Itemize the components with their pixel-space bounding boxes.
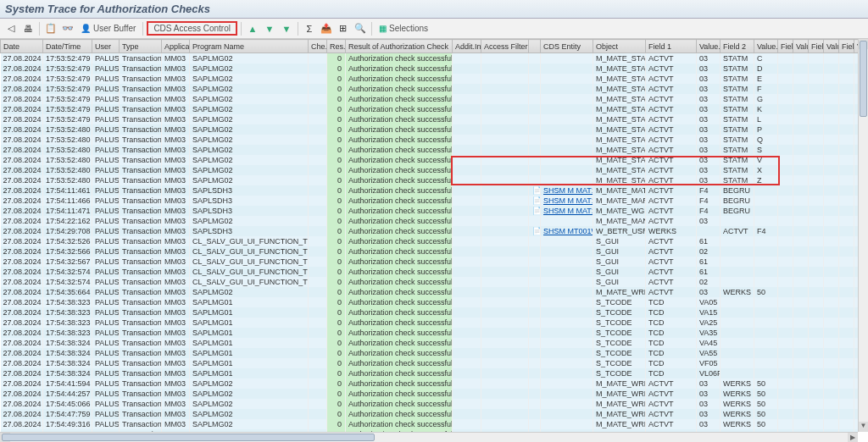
table-row[interactable]: 27.08.202417:53:52:480PALUSTransactionMM… (1, 165, 869, 175)
filter-icon[interactable]: ▼ (279, 21, 294, 36)
column-header[interactable]: Res... (327, 40, 346, 53)
column-header[interactable]: Value... (754, 40, 778, 53)
column-header[interactable]: Object (593, 40, 646, 53)
cell: SHSM MT001W (541, 226, 593, 236)
table-row[interactable]: 27.08.202417:54:22:162PALUSTransactionMM… (1, 216, 869, 226)
cell: M_MATE_WGR (593, 206, 646, 216)
table-row[interactable]: 27.08.202417:54:29:708PALUSTransactionMM… (1, 226, 869, 236)
column-header[interactable]: Field... (778, 40, 793, 53)
table-row[interactable]: 27.08.202417:54:47:759PALUSTransactionMM… (1, 409, 869, 419)
column-header[interactable]: Date (1, 40, 43, 53)
scroll-thumb[interactable] (860, 41, 867, 117)
sort-desc-icon[interactable]: ▼ (262, 21, 277, 36)
column-header[interactable]: Value... (697, 40, 721, 53)
table-row[interactable]: 27.08.202417:53:52:479PALUSTransactionMM… (1, 104, 869, 114)
cell: STATM (721, 64, 754, 74)
column-header[interactable]: Result of Authorization Check (346, 40, 453, 53)
table-row[interactable]: 27.08.202417:54:38:323PALUSTransactionMM… (1, 297, 869, 307)
table-row[interactable]: 27.08.202417:53:52:479PALUSTransactionMM… (1, 74, 869, 84)
table-row[interactable]: 27.08.202417:54:11:471PALUSTransactionMM… (1, 206, 869, 216)
table-row[interactable]: 27.08.202417:54:32:574PALUSTransactionMM… (1, 277, 869, 287)
table-row[interactable]: 27.08.202417:54:11:461PALUSTransactionMM… (1, 185, 869, 196)
user-buffer-button[interactable]: 👤 User Buffer (77, 24, 139, 33)
details-icon[interactable]: 📋 (43, 21, 58, 36)
table-row[interactable]: 27.08.202417:54:38:324PALUSTransactionMM… (1, 348, 869, 358)
data-grid[interactable]: DateDate/TimeUserTypeApplicationProgram … (0, 39, 868, 432)
print-icon[interactable]: 🖶 (20, 21, 36, 36)
column-header[interactable]: Date/Time (43, 40, 92, 53)
cell (529, 328, 541, 338)
table-row[interactable]: 27.08.202417:53:52:480PALUSTransactionMM… (1, 135, 869, 145)
cell: 17:53:52:480 (43, 145, 92, 155)
cell: M_MATE_MAN (593, 216, 646, 226)
sum-icon[interactable]: Σ (302, 21, 317, 36)
cell: Authorization check successful (346, 236, 453, 246)
table-row[interactable]: 27.08.202417:54:35:664PALUSTransactionMM… (1, 287, 869, 297)
column-header[interactable]: CDS Entity (541, 40, 593, 53)
cell (839, 257, 854, 267)
table-row[interactable]: 27.08.202417:54:32:567PALUSTransactionMM… (1, 257, 869, 267)
table-row[interactable]: 27.08.202417:54:44:257PALUSTransactionMM… (1, 389, 869, 399)
table-row[interactable]: 27.08.202417:54:38:323PALUSTransactionMM… (1, 328, 869, 338)
scroll-down-arrow[interactable]: ▼ (859, 422, 868, 432)
cell: STATM (721, 84, 754, 94)
column-header[interactable]: Value... (824, 40, 839, 53)
table-row[interactable]: 27.08.202417:53:52:479PALUSTransactionMM… (1, 84, 869, 94)
horizontal-scrollbar[interactable]: ◀ ▶ (0, 432, 858, 442)
table-row[interactable]: 27.08.202417:54:32:566PALUSTransactionMM… (1, 246, 869, 257)
layout-icon[interactable]: ⊞ (336, 21, 351, 36)
cell: Transaction (120, 216, 162, 226)
find-icon[interactable]: 🔍 (353, 21, 368, 36)
table-row[interactable]: 27.08.202417:53:52:479PALUSTransactionMM… (1, 64, 869, 74)
table-row[interactable]: 27.08.202417:54:38:324PALUSTransactionMM… (1, 338, 869, 348)
column-header[interactable]: Che... (309, 40, 327, 53)
table-row[interactable]: 27.08.202417:54:49:316PALUSTransactionMM… (1, 419, 869, 429)
cell: MM03 (162, 287, 190, 297)
selections-button[interactable]: ▦ Selections (376, 24, 431, 33)
column-header[interactable]: Application (162, 40, 190, 53)
export-icon[interactable]: 📤 (319, 21, 334, 36)
scroll-thumb[interactable] (2, 434, 375, 441)
table-row[interactable]: 27.08.202417:53:52:480PALUSTransactionMM… (1, 175, 869, 185)
column-header[interactable]: Value... (793, 40, 809, 53)
cds-entity-link[interactable]: SHSM M MAT1M (543, 207, 593, 215)
table-row[interactable]: 27.08.202417:54:41:594PALUSTransactionMM… (1, 378, 869, 389)
table-row[interactable]: 27.08.202417:53:52:479PALUSTransactionMM… (1, 53, 869, 64)
table-row[interactable]: 27.08.202417:54:32:526PALUSTransactionMM… (1, 236, 869, 246)
column-header[interactable]: Type (120, 40, 162, 53)
table-row[interactable]: 27.08.202417:53:52:480PALUSTransactionMM… (1, 155, 869, 165)
table-row[interactable]: 27.08.202417:54:38:323PALUSTransactionMM… (1, 318, 869, 328)
column-header[interactable]: Field 1 (646, 40, 697, 53)
cds-entity-link[interactable]: SHSM M MAT1M (543, 196, 593, 205)
cell: S_TCODE (593, 358, 646, 368)
cds-entity-link[interactable]: SHSM M MAT1M (543, 186, 593, 195)
cds-entity-link[interactable]: SHSM MT001W (543, 227, 593, 235)
cell (309, 348, 327, 358)
cell: Authorization check successful (346, 145, 453, 155)
back-icon[interactable]: ◁ (3, 21, 19, 36)
glasses-icon[interactable]: 👓 (60, 21, 75, 36)
sort-asc-icon[interactable]: ▲ (245, 21, 260, 36)
column-header[interactable]: User (92, 40, 120, 53)
table-row[interactable]: 27.08.202417:54:38:324PALUSTransactionMM… (1, 368, 869, 378)
column-header[interactable]: Program Name (190, 40, 309, 53)
table-row[interactable]: 27.08.202417:53:52:480PALUSTransactionMM… (1, 124, 869, 135)
table-row[interactable]: 27.08.202417:54:32:574PALUSTransactionMM… (1, 267, 869, 277)
column-header[interactable]: Field... (839, 40, 854, 53)
table-row[interactable]: 27.08.202417:54:38:323PALUSTransactionMM… (1, 307, 869, 318)
vertical-scrollbar[interactable]: ▲ ▼ (858, 39, 868, 432)
column-header[interactable]: Field... (809, 40, 824, 53)
column-header[interactable]: Addit.In... (453, 40, 481, 53)
table-row[interactable]: 27.08.202417:54:38:324PALUSTransactionMM… (1, 358, 869, 368)
table-row[interactable]: 27.08.202417:54:11:466PALUSTransactionMM… (1, 196, 869, 206)
column-header[interactable]: Access Filteri... (481, 40, 529, 53)
scroll-right-arrow[interactable]: ▶ (848, 433, 858, 442)
table-row[interactable]: 27.08.202417:54:45:066PALUSTransactionMM… (1, 399, 869, 409)
table-row[interactable]: 27.08.202417:53:52:479PALUSTransactionMM… (1, 114, 869, 124)
table-row[interactable]: 27.08.202417:53:52:479PALUSTransactionMM… (1, 94, 869, 104)
cds-access-control-button[interactable]: CDS Access Control (147, 21, 237, 36)
column-header[interactable] (529, 40, 541, 53)
table-row[interactable]: 27.08.202417:53:52:480PALUSTransactionMM… (1, 145, 869, 155)
cell: M_MATE_WRK (593, 409, 646, 419)
column-header[interactable]: Field 2 (721, 40, 754, 53)
